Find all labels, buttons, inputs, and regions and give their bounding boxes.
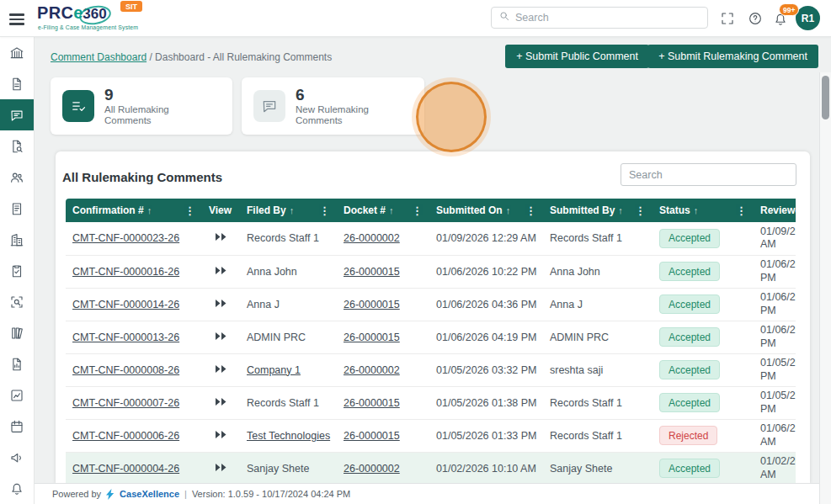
column-header[interactable]: Confirmation #↑⋮ [66, 199, 202, 222]
hamburger-menu-icon[interactable] [9, 11, 26, 26]
comment-row[interactable]: CMT-CNF-0000004-26Sanjay Shete26-0000002… [66, 452, 796, 484]
column-header[interactable]: Reviewed On↑ [754, 199, 796, 222]
column-menu-icon[interactable]: ⋮ [522, 204, 536, 217]
filed-by-link[interactable]: Test Technologies [247, 430, 330, 442]
column-header[interactable]: Status↑⋮ [653, 199, 754, 222]
sidebar-item-comments[interactable] [0, 99, 34, 130]
scrollbar-thumb[interactable] [822, 76, 829, 119]
comment-row[interactable]: CMT-CNF-0000006-26Test Technologies26-00… [66, 419, 796, 452]
submit-public-comment-button[interactable]: + Submit Public Comment [505, 45, 649, 68]
docket-link[interactable]: 26-0000002 [344, 463, 400, 475]
docket-link[interactable]: 26-0000015 [344, 299, 400, 310]
confirmation-link[interactable]: CMT-CNF-0000006-26 [72, 430, 179, 442]
list-check-icon [62, 90, 94, 122]
sidebar-item-alerts-bell[interactable] [0, 473, 34, 504]
column-header[interactable]: Submitted By↑⋮ [543, 199, 653, 222]
status-badge: Accepted [659, 327, 720, 347]
confirmation-link[interactable]: CMT-CNF-0000014-26 [72, 299, 179, 310]
column-header[interactable]: Filed By↑⋮ [240, 199, 337, 222]
view-comment-button[interactable] [215, 232, 227, 244]
column-menu-icon[interactable]: ⋮ [408, 204, 423, 217]
sidebar-item-documents[interactable] [0, 193, 34, 224]
confirmation-link[interactable]: CMT-CNF-0000008-26 [72, 364, 179, 376]
column-menu-icon[interactable]: ⋮ [316, 204, 330, 217]
sidebar-item-case-search[interactable] [0, 130, 34, 162]
sidebar-item-scan-review[interactable] [0, 286, 34, 317]
comment-row[interactable]: CMT-CNF-0000008-26Company 126-000000201/… [66, 353, 796, 386]
environment-badge: SIT [120, 1, 142, 12]
stat-card-all-comments[interactable]: 9 All Rulemaking Comments [51, 77, 232, 135]
confirmation-link[interactable]: CMT-CNF-0000007-26 [72, 397, 179, 409]
sort-icon[interactable]: ↑ [694, 205, 699, 215]
view-comment-button[interactable] [215, 266, 227, 278]
docket-link[interactable]: 26-0000015 [344, 430, 400, 442]
sort-icon[interactable]: ↑ [290, 205, 295, 215]
column-header[interactable]: Submitted On↑⋮ [429, 199, 543, 222]
sidebar-item-efiling-document[interactable] [0, 68, 34, 99]
comment-row[interactable]: CMT-CNF-0000016-26Anna John26-000001501/… [66, 255, 796, 288]
sort-icon[interactable]: ↑ [389, 205, 394, 215]
docket-link[interactable]: 26-0000002 [344, 232, 400, 244]
confirmation-link[interactable]: CMT-CNF-0000004-26 [72, 463, 179, 475]
view-comment-button[interactable] [215, 397, 227, 409]
footer-separator: | [184, 489, 187, 499]
reviewed-on-text: 01/02/20 AM [754, 452, 796, 484]
column-menu-icon[interactable]: ⋮ [181, 204, 195, 217]
filed-by-link[interactable]: Company 1 [247, 364, 301, 376]
view-comment-button[interactable] [215, 463, 227, 475]
user-avatar[interactable]: R1 [796, 6, 820, 30]
sidebar-item-calendar[interactable] [0, 411, 34, 442]
sidebar-item-feedback[interactable] [0, 442, 34, 473]
efiling-document-icon [9, 77, 24, 92]
docket-link[interactable]: 26-0000015 [344, 266, 400, 278]
confirmation-link[interactable]: CMT-CNF-0000023-26 [72, 232, 179, 244]
filed-by-text: Sanjay Shete [247, 463, 309, 475]
sidebar-item-organization[interactable] [0, 224, 34, 255]
version-label: Version: 1.0.59 - 10/17/2024 04:24 PM [192, 489, 350, 499]
column-menu-icon[interactable]: ⋮ [631, 204, 646, 217]
sidebar-item-records[interactable] [0, 348, 34, 379]
filed-by-text: ADMIN PRC [247, 332, 306, 343]
logo-360: 360 [83, 6, 106, 23]
view-comment-button[interactable] [215, 332, 227, 343]
breadcrumb-link[interactable]: Comment Dashboard [51, 51, 146, 63]
confirmation-link[interactable]: CMT-CNF-0000016-26 [72, 266, 179, 278]
column-header[interactable]: View [202, 199, 240, 222]
casexellence-brand: CaseXellence [120, 489, 179, 499]
vertical-scrollbar[interactable] [819, 72, 831, 504]
global-search-input[interactable] [510, 12, 707, 24]
stat-card-new-comments[interactable]: 6 New Rulemaking Comments [242, 77, 424, 135]
sort-icon[interactable]: ↑ [618, 205, 623, 215]
docket-link[interactable]: 26-0000015 [344, 397, 400, 409]
calendar-icon [9, 419, 24, 434]
library-icon [9, 326, 24, 341]
submitted-by-text: sreshta saji [543, 353, 653, 386]
table-search-input[interactable] [621, 163, 796, 186]
submitted-by-text: Records Staff 1 [543, 419, 653, 452]
fullscreen-icon[interactable] [720, 11, 735, 26]
sidebar-item-users[interactable] [0, 162, 34, 193]
submit-rulemaking-comment-button[interactable]: + Submit Rulemaking Comment [647, 45, 818, 68]
filed-by-text: Anna J [247, 299, 280, 310]
help-icon[interactable] [748, 11, 763, 26]
comment-row[interactable]: CMT-CNF-0000014-26Anna J26-000001501/06/… [66, 288, 796, 321]
comment-row[interactable]: CMT-CNF-0000023-26Records Staff 126-0000… [66, 222, 796, 255]
view-comment-button[interactable] [215, 299, 227, 310]
sort-icon[interactable]: ↑ [147, 205, 152, 215]
comment-row[interactable]: CMT-CNF-0000007-26Records Staff 126-0000… [66, 386, 796, 419]
sidebar-item-home-bank[interactable] [0, 37, 34, 68]
view-comment-button[interactable] [215, 430, 227, 442]
powered-by-label: Powered by [52, 489, 101, 499]
sort-icon[interactable]: ↑ [506, 205, 511, 215]
column-header[interactable]: Docket #↑⋮ [337, 199, 429, 222]
alerts-bell-icon [9, 481, 24, 496]
comment-row[interactable]: CMT-CNF-0000013-26ADMIN PRC26-000001501/… [66, 321, 796, 353]
sidebar-item-tasks[interactable] [0, 255, 34, 286]
docket-link[interactable]: 26-0000015 [344, 332, 400, 343]
sidebar-item-library[interactable] [0, 317, 34, 348]
docket-link[interactable]: 26-0000002 [344, 364, 400, 376]
column-menu-icon[interactable]: ⋮ [732, 204, 747, 217]
sidebar-item-analytics[interactable] [0, 379, 34, 411]
confirmation-link[interactable]: CMT-CNF-0000013-26 [72, 332, 179, 343]
view-comment-button[interactable] [215, 364, 227, 376]
